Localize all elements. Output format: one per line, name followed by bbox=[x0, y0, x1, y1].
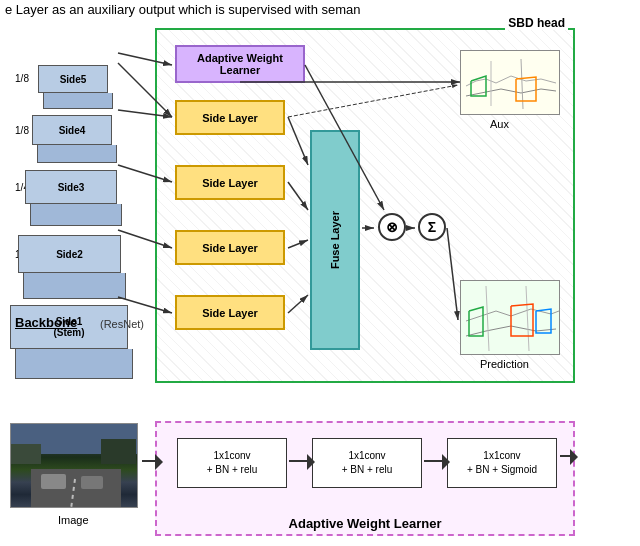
road-scene-svg bbox=[11, 424, 138, 508]
fraction-label-2: 1/8 bbox=[12, 125, 32, 136]
top-text: e Layer as an auxiliary output which is … bbox=[0, 2, 640, 17]
side-layer-1: Side Layer bbox=[175, 100, 285, 135]
side2-block: Side2 bbox=[18, 235, 126, 299]
prediction-label: Prediction bbox=[480, 358, 529, 370]
side4-block: Side4 bbox=[32, 115, 117, 163]
awl-detail-label: Adaptive Weight Learner bbox=[155, 516, 575, 531]
conv-block-3-label: 1x1conv+ BN + Sigmoid bbox=[467, 449, 537, 477]
conv-block-1-label: 1x1conv+ BN + relu bbox=[207, 449, 258, 477]
aux-output-svg bbox=[461, 51, 560, 115]
arrow-out-head bbox=[570, 449, 578, 465]
conv-block-2: 1x1conv+ BN + relu bbox=[312, 438, 422, 488]
arrow-cb1-cb2-head bbox=[307, 454, 315, 470]
arrow-cb1-cb2 bbox=[289, 460, 309, 462]
arrow-in-head bbox=[155, 454, 163, 470]
svg-rect-1 bbox=[11, 444, 41, 464]
backbone-label: Backbone bbox=[15, 315, 77, 330]
image-box bbox=[10, 423, 138, 508]
conv-block-3: 1x1conv+ BN + Sigmoid bbox=[447, 438, 557, 488]
sum-symbol: Σ bbox=[418, 213, 446, 241]
arrow-cb2-cb3 bbox=[424, 460, 444, 462]
conv-block-1: 1x1conv+ BN + relu bbox=[177, 438, 287, 488]
side3-block: Side3 bbox=[25, 170, 122, 226]
awl-box: Adaptive Weight Learner bbox=[175, 45, 305, 83]
fuse-layer-label: Fuse Layer bbox=[329, 211, 341, 269]
awl-label: Adaptive Weight Learner bbox=[177, 52, 303, 76]
aux-sketch bbox=[460, 50, 560, 115]
multiply-symbol: ⊗ bbox=[378, 213, 406, 241]
side5-block: Side5 bbox=[38, 65, 113, 109]
resnet-label: (ResNet) bbox=[100, 318, 144, 330]
backbone-area: 1/8 Side5 1/8 Side4 1/ bbox=[10, 30, 155, 385]
side-layer-4: Side Layer bbox=[175, 295, 285, 330]
side-layer-3: Side Layer bbox=[175, 230, 285, 265]
svg-rect-7 bbox=[461, 51, 560, 115]
fuse-layer-box: Fuse Layer bbox=[310, 130, 360, 350]
svg-rect-6 bbox=[81, 476, 103, 489]
pred-sketch bbox=[460, 280, 560, 355]
pred-output-svg bbox=[461, 281, 560, 355]
svg-rect-5 bbox=[41, 474, 66, 489]
arrow-cb2-cb3-head bbox=[442, 454, 450, 470]
fraction-label-1: 1/8 bbox=[12, 73, 32, 84]
aux-label: Aux bbox=[490, 118, 509, 130]
side-layer-2: Side Layer bbox=[175, 165, 285, 200]
conv-block-2-label: 1x1conv+ BN + relu bbox=[342, 449, 393, 477]
image-label: Image bbox=[58, 514, 89, 526]
road-scene-image bbox=[11, 424, 137, 507]
main-container: { "top_text": "e Layer as an auxiliary o… bbox=[0, 0, 640, 546]
sbd-head-label: SBD head bbox=[505, 16, 568, 30]
svg-rect-2 bbox=[101, 439, 136, 464]
